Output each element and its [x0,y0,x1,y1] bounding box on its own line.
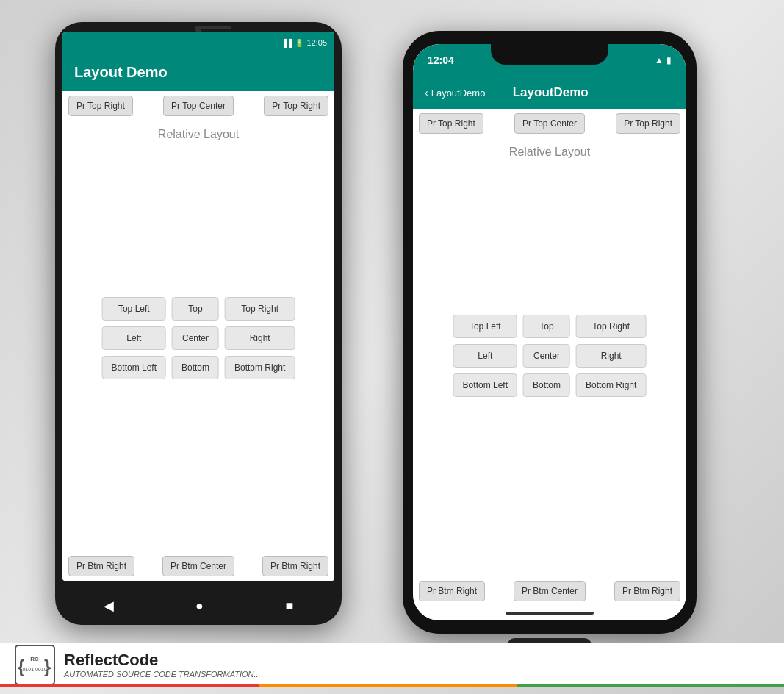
btn-right[interactable]: Right [225,326,295,350]
btn-top-left[interactable]: Top Left [102,297,166,321]
iphone-btn-left[interactable]: Left [453,344,517,368]
time-display: 12:05 [306,38,327,47]
svg-text:RC: RC [30,656,39,662]
grid-buttons-container: Top Left Top Top Right Left Center Right… [102,297,295,379]
relative-layout-label: Relative Layout [62,128,334,141]
btn-top[interactable]: Top [172,297,219,321]
home-bar [506,612,594,615]
pr-btm-center-btn[interactable]: Pr Btm Center [162,556,234,576]
iphone-btn-right[interactable]: Right [576,344,646,368]
iphone-status-icons: ▲ ▮ [655,55,672,65]
iphone-nav-title: LayoutDemo [491,85,610,100]
iphone-nav-bar: ‹ LayoutDemo LayoutDemo [413,76,686,109]
android-nav-bar: ◀ ● ■ [62,587,334,625]
iphone-btn-center[interactable]: Center [523,344,570,368]
btn-left[interactable]: Left [102,326,166,350]
home-indicator [413,606,686,620]
android-action-bar: Layout Demo [62,53,334,91]
recents-nav-icon[interactable]: ■ [285,598,293,614]
brand-name: ReflectCode [64,651,261,670]
android-content: Pr Top Right Pr Top Center Pr Top Right … [62,91,334,581]
iphone-btn-top-right[interactable]: Top Right [576,315,646,338]
android-status-bar: ▐▐ 🔋 12:05 [62,32,334,53]
pr-top-buttons-row: Pr Top Right Pr Top Center Pr Top Right [62,91,334,121]
iphone-grid-buttons-container: Top Left Top Top Right Left Center Right… [453,315,647,397]
iphone-btn-bottom-left[interactable]: Bottom Left [453,373,517,397]
btn-top-right[interactable]: Top Right [225,297,295,321]
battery-icon: 🔋 [295,39,303,47]
back-label: LayoutDemo [431,87,486,99]
pr-btm-right-btn[interactable]: Pr Btm Right [262,556,328,576]
android-screen: ▐▐ 🔋 12:05 Layout Demo Pr Top Right Pr T… [62,32,334,581]
brand-tagline: AUTOMATED SOURCE CODE TRANSFORMATION... [64,670,261,679]
brand-divider [0,684,784,687]
iphone-content: Pr Top Right Pr Top Center Pr Top Right … [413,109,686,606]
android-camera [195,26,201,32]
iphone-pr-btm-left-btn[interactable]: Pr Btm Right [419,581,485,601]
btn-bottom-left[interactable]: Bottom Left [102,356,166,379]
iphone: 12:04 ▲ ▮ ‹ LayoutDemo LayoutDemo [403,31,697,634]
chevron-left-icon: ‹ [425,87,428,99]
android-app-title: Layout Demo [74,64,168,81]
back-nav-icon[interactable]: ◀ [104,598,114,614]
btn-center[interactable]: Center [172,326,219,350]
wifi-icon: ▲ [655,55,663,65]
iphone-pr-top-left-btn[interactable]: Pr Top Right [419,113,483,134]
pr-btm-left-btn[interactable]: Pr Btm Right [68,556,134,576]
svg-text:}: } [44,657,51,676]
iphone-time: 12:04 [428,54,454,66]
iphone-pr-btm-buttons-row: Pr Btm Right Pr Btm Center Pr Btm Right [413,576,686,606]
iphone-btn-bottom-right[interactable]: Bottom Right [576,373,646,397]
svg-text:{: { [18,657,24,676]
iphone-body: 12:04 ▲ ▮ ‹ LayoutDemo LayoutDemo [403,31,697,634]
battery-icon: ▮ [666,55,672,65]
iphone-pr-top-buttons-row: Pr Top Right Pr Top Center Pr Top Right [413,109,686,138]
iphone-pr-top-center-btn[interactable]: Pr Top Center [514,113,585,134]
iphone-back-button[interactable]: ‹ LayoutDemo [425,87,485,99]
svg-text:0101 0010: 0101 0010 [22,667,46,672]
iphone-pr-top-right-btn[interactable]: Pr Top Right [616,113,680,134]
iphone-btn-top-left[interactable]: Top Left [453,315,517,338]
btn-bottom[interactable]: Bottom [172,356,219,379]
android-body: ▐▐ 🔋 12:05 Layout Demo Pr Top Right Pr T… [55,22,342,625]
iphone-pr-btm-right-btn[interactable]: Pr Btm Right [614,581,680,601]
android-phone: ▐▐ 🔋 12:05 Layout Demo Pr Top Right Pr T… [55,22,342,625]
brand-text-block: ReflectCode AUTOMATED SOURCE CODE TRANSF… [64,651,261,679]
btn-bottom-right[interactable]: Bottom Right [225,356,295,379]
brand-bar: RC 0101 0010 { } ReflectCode AUTOMATED S… [0,643,784,687]
pr-top-center-btn[interactable]: Pr Top Center [163,96,234,116]
iphone-btn-bottom[interactable]: Bottom [523,373,570,397]
iphone-btn-top[interactable]: Top [523,315,570,338]
pr-top-left-btn[interactable]: Pr Top Right [68,96,133,116]
iphone-relative-layout-label: Relative Layout [413,146,686,159]
home-nav-icon[interactable]: ● [195,598,204,614]
pr-btm-buttons-row: Pr Btm Right Pr Btm Center Pr Btm Right [62,551,334,581]
pr-top-right-btn[interactable]: Pr Top Right [264,96,328,116]
signal-icon: ▐▐ [281,39,292,47]
iphone-notch [491,44,608,65]
iphone-pr-btm-center-btn[interactable]: Pr Btm Center [514,581,586,601]
brand-logo-svg: RC 0101 0010 { } [15,645,55,685]
iphone-screen: 12:04 ▲ ▮ ‹ LayoutDemo LayoutDemo [413,44,686,620]
